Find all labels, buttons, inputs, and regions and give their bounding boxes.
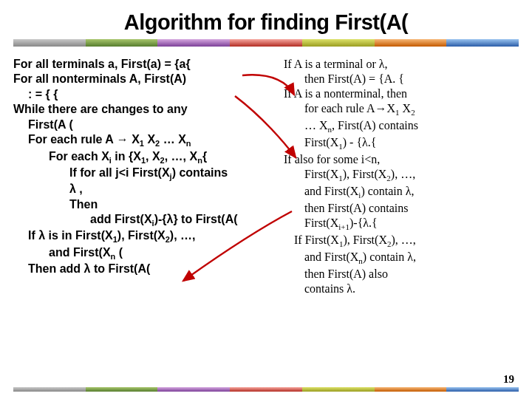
- algo-line: For all nonterminals A, First(A): [13, 72, 279, 86]
- note-line: If also for some i<n,: [284, 152, 522, 167]
- content-area: For all terminals a, First(a) = {a{ For …: [0, 57, 532, 296]
- note-line: contains λ.: [284, 282, 522, 296]
- note-line: then First(A) contains: [284, 201, 522, 216]
- left-column: For all terminals a, First(a) = {a{ For …: [13, 57, 279, 296]
- algo-line: λ ,: [13, 182, 279, 197]
- algo-line: For all terminals a, First(a) = {a{: [13, 57, 279, 72]
- note-line: First(X1), First(X2), …,: [284, 167, 522, 184]
- page-number: 19: [503, 373, 514, 386]
- algo-line: For each rule A → X1 X2 … Xn: [13, 132, 279, 149]
- algo-line: While there are changes to any: [13, 102, 279, 117]
- note-line: then First(A) also: [284, 267, 522, 282]
- note-line: for each rule A→X1 X2: [284, 101, 522, 118]
- note-line: If A is a nonterminal, then: [284, 86, 522, 101]
- note-line: … Xn, First(A) contains: [284, 118, 522, 135]
- algo-line: and First(Xn (: [13, 245, 279, 262]
- algo-line: If for all j<i First(Xj) contains: [13, 166, 279, 182]
- algo-line: : = { {: [13, 87, 279, 102]
- algo-line: Then: [13, 197, 279, 212]
- right-column: If A is a terminal or λ, then First(A) =…: [279, 57, 522, 296]
- note-line: First(X1) - {λ.{: [284, 135, 522, 152]
- algo-line: If λ is in First(X1), First(X2), …,: [13, 228, 279, 245]
- algo-line: add First(Xi)-{λ} to First(A(: [13, 212, 279, 228]
- note-line: If First(X1), First(X2), …,: [284, 233, 522, 250]
- note-line: First(Xi+1)-{λ.{: [284, 216, 522, 233]
- algo-line: Then add λ to First(A(: [13, 262, 279, 276]
- note-line: If A is a terminal or λ,: [284, 57, 522, 72]
- slide: Algorithm for finding First(A( For all t…: [0, 0, 532, 399]
- slide-title: Algorithm for finding First(A(: [0, 0, 532, 39]
- title-color-bar: [13, 39, 519, 47]
- algo-line: For each Xi in {X1, X2, …, Xn{: [13, 149, 279, 166]
- algo-line: First(A (: [13, 117, 279, 132]
- note-line: then First(A) = {A. {: [284, 72, 522, 86]
- note-line: and First(Xn) contain λ,: [284, 250, 522, 267]
- footer-color-bar: [13, 387, 519, 392]
- note-line: and First(Xi) contain λ,: [284, 184, 522, 201]
